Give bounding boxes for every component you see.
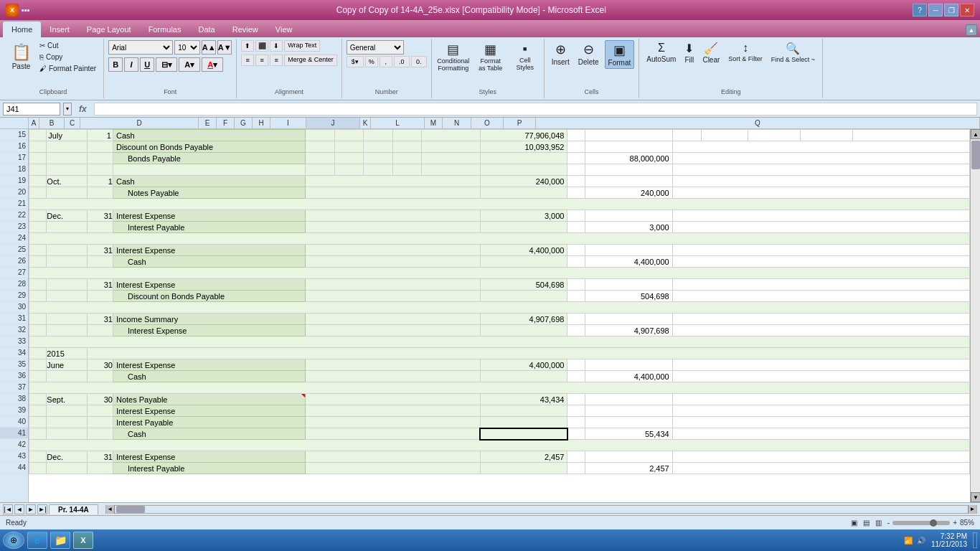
cell-mn25[interactable] [672,245,969,256]
wrap-text-button[interactable]: Wrap Text [284,40,320,52]
cut-button[interactable]: ✂ Cut [37,40,99,51]
col-header-d[interactable]: D [80,118,199,128]
cell-mn38[interactable] [672,394,969,405]
comma-button[interactable]: , [380,56,392,67]
cell-a44[interactable] [29,463,47,474]
cell-mn32[interactable] [672,325,969,336]
cell-ehi43[interactable] [305,451,480,463]
cell-mn39[interactable] [672,405,969,417]
align-top-button[interactable]: ⬆ [241,40,254,52]
align-center-button[interactable]: ≡ [255,55,268,66]
cell-k31[interactable] [567,314,585,325]
cell-n15[interactable] [702,130,748,141]
cell-b29[interactable] [47,291,88,302]
cell-j39[interactable] [480,405,567,417]
col-header-c[interactable]: C [65,118,80,128]
cell-mn17[interactable] [672,153,969,164]
cell-j23[interactable] [480,222,567,233]
cell-mn40[interactable] [672,417,969,428]
tab-home[interactable]: Home [3,22,41,37]
cell-k40[interactable] [567,417,585,428]
expand-ribbon-button[interactable]: ▲ [966,24,977,36]
cell-mn29[interactable] [672,291,969,302]
tab-insert[interactable]: Insert [41,22,78,37]
format-table-button[interactable]: ▦ Format as Table [473,40,508,74]
cell-c32[interactable] [88,325,113,336]
cell-j40[interactable] [480,417,567,428]
start-button[interactable]: ⊕ [3,532,24,549]
show-desktop-button[interactable] [973,532,977,548]
cell-a31[interactable] [29,314,47,325]
font-decrease-button[interactable]: A▼ [217,40,232,55]
col-header-p[interactable]: P [504,118,536,128]
cell-c26[interactable] [88,256,113,268]
cell-m15[interactable] [672,130,702,141]
cell-a18[interactable] [29,164,47,176]
cell-j32[interactable] [480,325,567,336]
cell-ehi19[interactable] [305,176,480,187]
cell-ehi36[interactable] [305,371,480,382]
cell-c29[interactable] [88,291,113,302]
merge-center-button[interactable]: Merge & Center [284,55,337,66]
cell-b28[interactable] [47,279,88,291]
cell-a16[interactable] [29,141,47,153]
col-header-f[interactable]: F [217,118,235,128]
cell-d38[interactable]: Notes Payable [113,394,305,405]
cell-f17[interactable] [334,153,364,164]
cell-l25[interactable] [585,245,672,256]
cell-a25[interactable] [29,245,47,256]
formula-input[interactable] [94,103,977,116]
underline-button[interactable]: U [140,57,154,72]
cell-l43[interactable] [585,451,672,463]
cell-rest34[interactable] [88,348,970,359]
cell-c44[interactable] [88,463,113,474]
cell-g16[interactable] [364,141,393,153]
sheet-tab-pr14-4a[interactable]: Pr. 14-4A [49,504,98,514]
cell-i16[interactable] [422,141,480,153]
tab-view[interactable]: View [267,22,301,37]
increase-decimal-button[interactable]: .0 [394,56,410,67]
cell-a41[interactable] [29,428,47,440]
cell-a40[interactable] [29,417,47,428]
cell-d43[interactable]: Interest Expense [113,451,305,463]
col-header-k[interactable]: K [360,118,371,128]
cell-ehi22[interactable] [305,210,480,222]
sort-filter-button[interactable]: ↕ Sort & Filter [725,40,765,64]
cell-c39[interactable] [88,405,113,417]
cell-d36[interactable]: Cash [113,371,305,382]
vertical-scrollbar[interactable]: ▲ ▼ [970,129,980,502]
cell-f15[interactable] [334,130,364,141]
align-bottom-button[interactable]: ⬇ [270,40,283,52]
cell-ehi39[interactable] [305,405,480,417]
cell-b39[interactable] [47,405,88,417]
cell-b31[interactable] [47,314,88,325]
cell-ehi26[interactable] [305,256,480,268]
cell-j18[interactable] [480,164,567,176]
horizontal-scrollbar[interactable]: ◄ ► [105,505,977,514]
cell-c18[interactable] [88,164,113,176]
cell-d26[interactable]: Cash [113,256,305,268]
copy-button[interactable]: ⎘ Copy [37,52,99,62]
cell-b26[interactable] [47,256,88,268]
cell-l19[interactable] [585,176,672,187]
cell-l17[interactable]: 88,000,000 [585,153,672,164]
cell-l18[interactable] [585,164,672,176]
col-header-a[interactable]: A [29,118,39,128]
sheet-nav-prev[interactable]: ◄ [14,504,24,514]
cell-l23[interactable]: 3,000 [585,222,672,233]
scroll-right-button[interactable]: ► [968,505,976,514]
cell-row33[interactable] [29,336,970,348]
cell-b25[interactable] [47,245,88,256]
cell-k29[interactable] [567,291,585,302]
cell-j16[interactable]: 10,093,952 [480,141,567,153]
cell-mn41[interactable] [672,428,969,440]
cell-c23[interactable] [88,222,113,233]
number-format-select[interactable]: General [347,40,404,55]
cell-a19[interactable] [29,176,47,187]
cell-b35[interactable]: June [47,359,88,371]
find-select-button[interactable]: 🔍 Find & Select ~ [768,40,818,65]
cell-c36[interactable] [88,371,113,382]
cell-c40[interactable] [88,417,113,428]
cell-mn26[interactable] [672,256,969,268]
cell-c38[interactable]: 30 [88,394,113,405]
